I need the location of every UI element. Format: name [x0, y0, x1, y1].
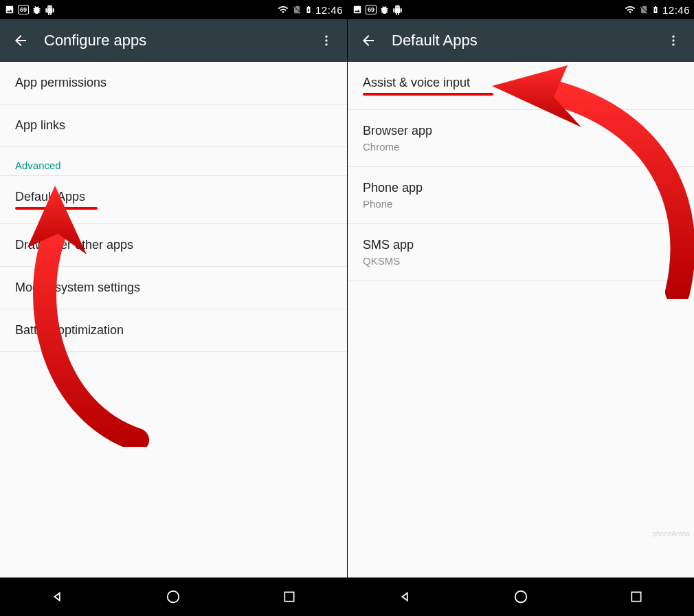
- android-icon: [392, 5, 403, 15]
- phone-left: 69 12:46 Configure apps: [0, 0, 347, 616]
- svg-point-0: [325, 36, 327, 38]
- row-sublabel: QKSMS: [363, 255, 679, 267]
- app-bar: Default Apps: [348, 19, 694, 62]
- row-label: Modify system settings: [15, 280, 332, 295]
- nav-home-button[interactable]: [493, 583, 548, 610]
- wifi-icon: [624, 4, 636, 15]
- picture-icon: [352, 5, 363, 14]
- nav-bar: [0, 578, 347, 616]
- overflow-menu-button[interactable]: [311, 25, 342, 56]
- highlight-underline: [15, 207, 98, 210]
- row-label: Draw over other apps: [15, 238, 332, 252]
- app-bar-title: Default Apps: [392, 32, 478, 50]
- app-bar-title: Configure apps: [44, 32, 146, 50]
- row-label: Battery optimization: [15, 323, 332, 338]
- row-label: Default Apps: [15, 190, 332, 204]
- watermark: phoneArena: [653, 530, 691, 538]
- row-sublabel: Phone: [363, 198, 679, 210]
- overflow-menu-button[interactable]: [658, 25, 689, 56]
- bug-icon: [379, 5, 390, 15]
- battery-charging-icon: [651, 3, 660, 16]
- android-icon: [45, 5, 55, 15]
- row-default-apps[interactable]: Default Apps: [0, 175, 347, 224]
- highlight-underline: [363, 93, 493, 96]
- svg-rect-11: [631, 592, 640, 601]
- row-label: Phone app: [363, 181, 679, 195]
- svg-point-10: [515, 591, 527, 603]
- battery-box-icon: 69: [366, 5, 377, 14]
- row-phone-app[interactable]: Phone app Phone: [348, 167, 694, 224]
- row-label: Assist & voice input: [363, 76, 679, 90]
- section-header-advanced: Advanced: [0, 147, 347, 175]
- wifi-icon: [277, 4, 289, 15]
- nav-recents-button[interactable]: [262, 583, 317, 610]
- row-sms-app[interactable]: SMS app QKSMS: [348, 224, 694, 281]
- row-label: App permissions: [15, 76, 332, 90]
- nav-recents-button[interactable]: [609, 583, 664, 610]
- no-sim-icon: [292, 4, 302, 15]
- row-draw-over[interactable]: Draw over other apps: [0, 224, 347, 267]
- svg-point-1: [325, 39, 327, 41]
- default-apps-list: Assist & voice input Browser app Chrome …: [348, 62, 694, 578]
- picture-icon: [4, 5, 15, 14]
- svg-point-2: [325, 43, 327, 45]
- svg-rect-5: [284, 592, 293, 601]
- row-modify-system[interactable]: Modify system settings: [0, 267, 347, 309]
- svg-point-6: [672, 36, 674, 38]
- nav-back-button[interactable]: [378, 583, 433, 610]
- status-bar: 69 12:46: [0, 0, 347, 19]
- row-app-permissions[interactable]: App permissions: [0, 62, 347, 104]
- row-assist-voice[interactable]: Assist & voice input: [348, 62, 694, 110]
- nav-bar: [348, 578, 694, 616]
- battery-box-icon: 69: [18, 5, 29, 14]
- app-bar: Configure apps: [0, 19, 347, 62]
- battery-charging-icon: [304, 3, 313, 16]
- phone-right: 69 12:46 Default Apps: [347, 0, 694, 616]
- settings-list: App permissions App links Advanced Defau…: [0, 62, 347, 578]
- row-label: Browser app: [363, 124, 679, 138]
- row-browser-app[interactable]: Browser app Chrome: [348, 110, 694, 167]
- status-time: 12:46: [315, 4, 343, 16]
- svg-point-8: [672, 43, 674, 45]
- row-battery-opt[interactable]: Battery optimization: [0, 309, 347, 352]
- bug-icon: [32, 5, 42, 15]
- nav-back-button[interactable]: [30, 583, 85, 610]
- status-bar: 69 12:46: [348, 0, 694, 19]
- nav-home-button[interactable]: [146, 583, 201, 610]
- back-button[interactable]: [353, 25, 383, 56]
- row-app-links[interactable]: App links: [0, 104, 347, 147]
- status-time: 12:46: [662, 4, 690, 16]
- svg-point-4: [168, 591, 179, 603]
- row-label: App links: [15, 118, 332, 133]
- row-label: SMS app: [363, 238, 679, 252]
- row-sublabel: Chrome: [363, 141, 679, 153]
- no-sim-icon: [639, 4, 649, 15]
- svg-point-7: [672, 39, 674, 41]
- back-button[interactable]: [5, 25, 36, 56]
